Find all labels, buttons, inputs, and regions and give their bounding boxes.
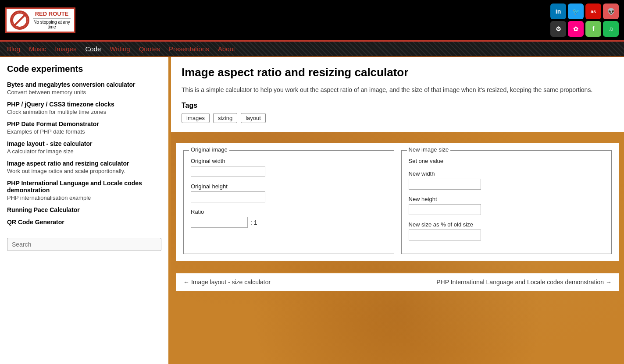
main-nav: Blog Music Images Code Writing Quotes Pr… — [0, 42, 624, 57]
spotify-icon[interactable]: ♫ — [603, 21, 619, 37]
nav-writing[interactable]: Writing — [110, 45, 130, 53]
content-area: Image aspect ratio and resizing calculat… — [171, 57, 624, 364]
sidebar-desc-imagelayout: A calculator for image size — [7, 148, 161, 155]
linkedin-icon[interactable]: in — [550, 4, 566, 19]
main-layout: Code experiments Bytes and megabytes con… — [0, 57, 624, 364]
sidebar-item-locale: PHP International Language and Locale co… — [7, 180, 161, 201]
site-header: RED ROUTE No stopping at any time in 🐦 a… — [0, 0, 624, 42]
page-title: Image aspect ratio and resizing calculat… — [182, 66, 613, 79]
feedly-icon[interactable]: f — [585, 21, 601, 37]
site-logo[interactable]: RED ROUTE No stopping at any time — [5, 7, 75, 33]
sidebar-link-phpdate[interactable]: PHP Date Format Demonstrator — [7, 120, 99, 127]
tag-images[interactable]: images — [182, 113, 210, 123]
sidebar-link-bytes[interactable]: Bytes and megabytes conversion calculato… — [7, 81, 135, 88]
sidebar-link-locale[interactable]: PHP International Language and Locale co… — [7, 180, 142, 194]
sidebar-link-pace[interactable]: Running Pace Calculator — [7, 206, 161, 213]
new-image-legend: New image size — [407, 146, 451, 153]
alien-icon[interactable]: 👽 — [603, 4, 619, 19]
sidebar-desc-clocks: Clock animation for multiple time zones — [7, 109, 161, 115]
sidebar-desc-aspectratio: Work out image ratios and scale proporti… — [7, 168, 161, 174]
sidebar-item-aspectratio: Image aspect ratio and resizing calculat… — [7, 160, 161, 174]
new-width-field: New width — [409, 170, 605, 190]
original-height-label: Original height — [191, 183, 387, 190]
tag-sizing[interactable]: sizing — [213, 113, 237, 123]
prev-page-link[interactable]: ← Image layout - size calculator — [183, 279, 271, 286]
nav-quotes[interactable]: Quotes — [139, 45, 160, 53]
ratio-colon: : 1 — [250, 219, 257, 226]
set-value-field: Set one value — [409, 158, 605, 164]
nav-presentations[interactable]: Presentations — [169, 45, 209, 53]
new-percent-label: New size as % of old size — [409, 221, 605, 228]
sidebar-item-imagelayout: Image layout - size calculator A calcula… — [7, 140, 161, 155]
sidebar-item-phpdate: PHP Date Format Demonstrator Examples of… — [7, 120, 161, 135]
social-icons-grid: in 🐦 as 👽 ⚙ ✿ f ♫ — [550, 4, 619, 37]
cork-divider-bottom — [171, 266, 624, 272]
original-image-legend: Original image — [189, 146, 229, 153]
new-percent-field: New size as % of old size — [409, 221, 605, 240]
new-height-input[interactable] — [409, 204, 481, 215]
sidebar-item-bytes: Bytes and megabytes conversion calculato… — [7, 81, 161, 95]
ratio-label: Ratio — [191, 209, 387, 215]
bottom-nav: ← Image layout - size calculator PHP Int… — [176, 272, 619, 291]
calculator-area: Original image Original width Original h… — [176, 143, 619, 261]
ratio-row: : 1 — [191, 217, 387, 228]
sidebar-desc-locale: PHP internationalisation example — [7, 194, 161, 201]
lastfm-icon[interactable]: as — [585, 4, 601, 19]
github-icon[interactable]: ⚙ — [550, 21, 566, 37]
tags-label: Tags — [182, 102, 613, 110]
set-value-label: Set one value — [409, 158, 605, 164]
original-width-label: Original width — [191, 158, 387, 164]
next-page-link[interactable]: PHP International Language and Locale co… — [436, 279, 612, 286]
sidebar: Code experiments Bytes and megabytes con… — [0, 57, 171, 364]
sidebar-link-imagelayout[interactable]: Image layout - size calculator — [7, 140, 93, 147]
new-image-group: New image size Set one value New width N… — [401, 150, 612, 254]
content-inner: Image aspect ratio and resizing calculat… — [171, 57, 624, 132]
sidebar-item-clocks: PHP / jQuery / CSS3 timezone clocks Cloc… — [7, 101, 161, 115]
original-width-field: Original width — [191, 158, 387, 177]
new-height-label: New height — [409, 196, 605, 202]
logo-subtitle: No stopping at any time — [33, 18, 71, 29]
new-height-field: New height — [409, 196, 605, 215]
new-width-label: New width — [409, 170, 605, 177]
ratio-field: Ratio : 1 — [191, 209, 387, 228]
cork-divider-top — [171, 132, 624, 138]
sidebar-desc-phpdate: Examples of PHP date formats — [7, 128, 161, 135]
nav-blog[interactable]: Blog — [7, 45, 20, 53]
page-description: This is a simple calculator to help you … — [182, 85, 613, 95]
ratio-input[interactable] — [191, 217, 248, 228]
red-route-sign — [10, 11, 29, 30]
nav-music[interactable]: Music — [29, 45, 46, 53]
sidebar-desc-bytes: Convert between memory units — [7, 89, 161, 95]
flickr-icon[interactable]: ✿ — [568, 21, 584, 37]
sidebar-title: Code experiments — [7, 64, 161, 74]
tag-layout[interactable]: layout — [241, 113, 266, 123]
sidebar-link-aspectratio[interactable]: Image aspect ratio and resizing calculat… — [7, 160, 129, 167]
nav-about[interactable]: About — [218, 45, 235, 53]
logo-text-block: RED ROUTE No stopping at any time — [33, 11, 71, 29]
original-height-field: Original height — [191, 183, 387, 202]
tags-container: images sizing layout — [182, 113, 613, 123]
search-input[interactable] — [7, 238, 161, 251]
twitter-icon[interactable]: 🐦 — [568, 4, 584, 19]
original-width-input[interactable] — [191, 166, 265, 177]
sidebar-link-qr[interactable]: QR Code Generator — [7, 219, 161, 226]
sidebar-link-clocks[interactable]: PHP / jQuery / CSS3 timezone clocks — [7, 101, 114, 108]
nav-code[interactable]: Code — [85, 45, 101, 53]
new-percent-input[interactable] — [409, 230, 481, 240]
logo-title: RED ROUTE — [35, 11, 69, 17]
new-width-input[interactable] — [409, 179, 481, 190]
original-height-input[interactable] — [191, 191, 265, 202]
original-image-group: Original image Original width Original h… — [183, 150, 394, 254]
nav-images[interactable]: Images — [55, 45, 76, 53]
